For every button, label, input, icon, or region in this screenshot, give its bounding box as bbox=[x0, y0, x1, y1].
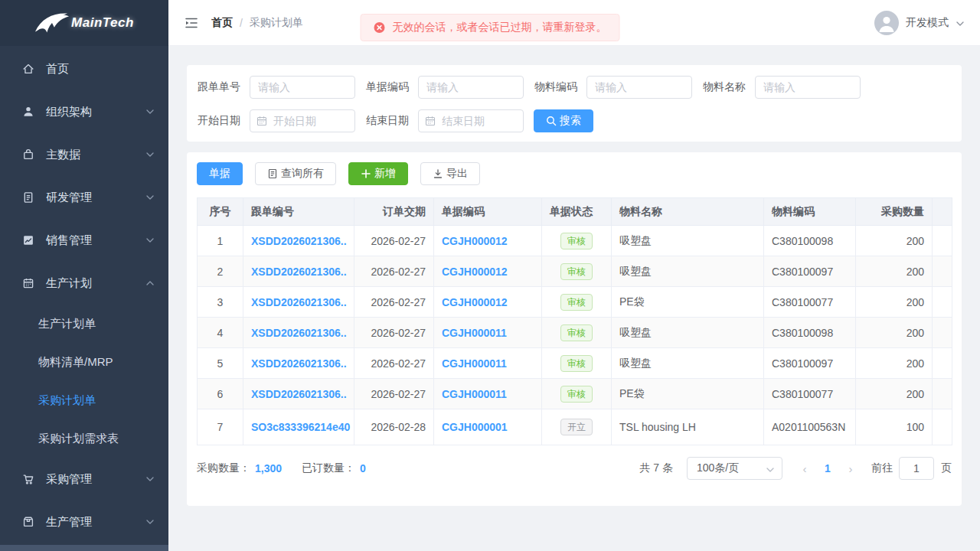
cell-track-no-link[interactable]: XSDD2026021306.. bbox=[243, 287, 354, 318]
table-row: 6 XSDD2026021306.. 2026-02-27 CGJH000011… bbox=[198, 379, 952, 409]
cell-status: 开立 bbox=[542, 409, 612, 445]
sidebar-item-org[interactable]: 组织架构 bbox=[0, 90, 168, 133]
cell-material-code: C380100097 bbox=[764, 256, 856, 287]
sidebar-subitem-bom-mrp[interactable]: 物料清单/MRP bbox=[0, 343, 168, 381]
material-code-input[interactable] bbox=[586, 76, 692, 99]
material-name-input[interactable] bbox=[755, 76, 861, 99]
export-button-label: 导出 bbox=[446, 167, 468, 181]
cell-doc-code-link[interactable]: CGJH000011 bbox=[434, 379, 542, 409]
chevron-down-icon bbox=[956, 18, 965, 28]
chart-icon bbox=[21, 233, 35, 247]
cell-doc-code-link[interactable]: CGJH000011 bbox=[434, 348, 542, 379]
cell-track-no-link[interactable]: XSDD2026021306.. bbox=[243, 256, 354, 287]
cell-material-code: C380100097 bbox=[764, 348, 856, 379]
query-all-button[interactable]: 查询所有 bbox=[255, 162, 336, 185]
cell-gutter bbox=[933, 318, 952, 348]
total-count: 共 7 条 bbox=[639, 461, 673, 475]
breadcrumb-home[interactable]: 首页 bbox=[211, 16, 233, 30]
prev-page-button[interactable]: ‹ bbox=[793, 462, 816, 475]
cell-track-no-link[interactable]: XSDD2026021306.. bbox=[243, 226, 354, 256]
pager: ‹ 1 › bbox=[793, 462, 862, 475]
status-badge: 审核 bbox=[560, 355, 593, 372]
col-material-code: 物料编码 bbox=[764, 198, 856, 226]
sidebar-subitem-label: 物料清单/MRP bbox=[38, 355, 113, 370]
cell-delivery-date: 2026-02-27 bbox=[354, 226, 434, 256]
purchase-qty-stat: 采购数量： 1,300 bbox=[197, 461, 282, 475]
brand-logo[interactable]: MainTech bbox=[0, 0, 168, 46]
cell-purchase-qty: 200 bbox=[856, 226, 933, 256]
chevron-down-icon bbox=[145, 236, 155, 245]
cell-doc-code-link[interactable]: CGJH000001 bbox=[434, 409, 542, 445]
sidebar-subitem-label: 生产计划单 bbox=[38, 317, 96, 331]
brand-swoosh-icon bbox=[34, 11, 70, 35]
cell-doc-code-link[interactable]: CGJH000012 bbox=[434, 256, 542, 287]
cell-doc-code-link[interactable]: CGJH000011 bbox=[434, 318, 542, 348]
doc-button[interactable]: 单据 bbox=[197, 162, 243, 185]
sidebar-subitem-purchase-plan-demand[interactable]: 采购计划需求表 bbox=[0, 419, 168, 458]
purchase-qty-label: 采购数量： bbox=[197, 461, 250, 475]
plus-icon bbox=[361, 168, 371, 179]
sidebar-subitem-production-plan-order[interactable]: 生产计划单 bbox=[0, 305, 168, 343]
sidebar-item-sales[interactable]: 销售管理 bbox=[0, 219, 168, 262]
toolbar: 单据 查询所有 新增 导出 bbox=[197, 162, 952, 185]
cell-track-no-link[interactable]: XSDD2026021306.. bbox=[243, 379, 354, 409]
breadcrumb-current: 采购计划单 bbox=[250, 16, 303, 30]
sidebar-item-master-data[interactable]: 主数据 bbox=[0, 133, 168, 176]
sidebar-item-label: 生产管理 bbox=[46, 515, 92, 530]
cell-purchase-qty: 100 bbox=[856, 409, 933, 445]
cell-doc-code-link[interactable]: CGJH000012 bbox=[434, 226, 542, 256]
cell-track-no-link[interactable]: SO3c833396214e40 bbox=[243, 409, 354, 445]
cell-doc-code-link[interactable]: CGJH000012 bbox=[434, 287, 542, 318]
cell-material-name: 吸塑盘 bbox=[612, 348, 764, 379]
track-no-input[interactable] bbox=[250, 76, 355, 99]
sidebar-item-production-plan[interactable]: 生产计划 bbox=[0, 262, 168, 305]
sidebar-item-label: 生产计划 bbox=[46, 276, 92, 291]
cell-gutter bbox=[933, 226, 952, 256]
next-page-button[interactable]: › bbox=[839, 462, 862, 475]
cell-seq: 6 bbox=[198, 379, 243, 409]
page-size-select[interactable]: 100条/页 bbox=[687, 457, 782, 480]
sidebar-item-purchase[interactable]: 采购管理 bbox=[0, 458, 168, 500]
field-material-name: 物料名称 bbox=[703, 76, 861, 99]
ordered-qty-value: 0 bbox=[360, 462, 366, 474]
cell-track-no-link[interactable]: XSDD2026021306.. bbox=[243, 348, 354, 379]
doc-button-label: 单据 bbox=[209, 167, 230, 181]
sidebar-subitem-purchase-plan[interactable]: 采购计划单 bbox=[0, 381, 168, 419]
goto-page-input[interactable] bbox=[899, 457, 934, 480]
cell-seq: 2 bbox=[198, 256, 243, 287]
cell-delivery-date: 2026-02-27 bbox=[354, 318, 434, 348]
sidebar-menu: 首页 组织架构 主数据 研发管理 bbox=[0, 46, 168, 543]
cell-track-no-link[interactable]: XSDD2026021306.. bbox=[243, 318, 354, 348]
start-date-input[interactable] bbox=[250, 109, 355, 132]
cell-purchase-qty: 200 bbox=[856, 256, 933, 287]
field-label: 开始日期 bbox=[198, 114, 240, 128]
sidebar-item-label: 主数据 bbox=[46, 148, 80, 162]
sidebar-fold-icon[interactable] bbox=[184, 15, 199, 31]
export-button[interactable]: 导出 bbox=[420, 162, 480, 185]
purchase-plan-table: 序号 跟单编号 订单交期 单据编码 单据状态 物料名称 物料编码 采购数量 1 bbox=[197, 197, 952, 445]
end-date-input[interactable] bbox=[418, 109, 524, 132]
cell-material-name: 吸塑盘 bbox=[612, 318, 764, 348]
cell-seq: 4 bbox=[198, 318, 243, 348]
content: 跟单单号 单据编码 物料编码 物料名称 bbox=[168, 46, 980, 551]
cell-purchase-qty: 200 bbox=[856, 379, 933, 409]
col-delivery-date: 订单交期 bbox=[354, 198, 434, 226]
sidebar-item-home[interactable]: 首页 bbox=[0, 47, 168, 90]
cell-status: 审核 bbox=[542, 226, 612, 256]
cell-material-name: 吸塑盘 bbox=[612, 256, 764, 287]
sidebar-item-label: 销售管理 bbox=[46, 233, 92, 248]
sidebar-item-rd[interactable]: 研发管理 bbox=[0, 176, 168, 219]
cell-delivery-date: 2026-02-27 bbox=[354, 379, 434, 409]
search-row-1: 跟单单号 单据编码 物料编码 物料名称 bbox=[198, 75, 951, 99]
ordered-qty-stat: 已订数量： 0 bbox=[302, 461, 366, 475]
col-status: 单据状态 bbox=[542, 198, 612, 226]
page-number-1[interactable]: 1 bbox=[816, 462, 839, 474]
calendar-icon bbox=[21, 276, 35, 290]
search-button[interactable]: 搜索 bbox=[534, 109, 593, 132]
sidebar-item-manufacturing[interactable]: 生产管理 bbox=[0, 500, 168, 543]
user-menu[interactable]: 开发模式 bbox=[874, 11, 965, 35]
chevron-down-icon bbox=[145, 150, 155, 159]
doc-code-input[interactable] bbox=[418, 76, 524, 99]
cell-material-code: C380100098 bbox=[764, 226, 856, 256]
add-button[interactable]: 新增 bbox=[348, 162, 408, 185]
